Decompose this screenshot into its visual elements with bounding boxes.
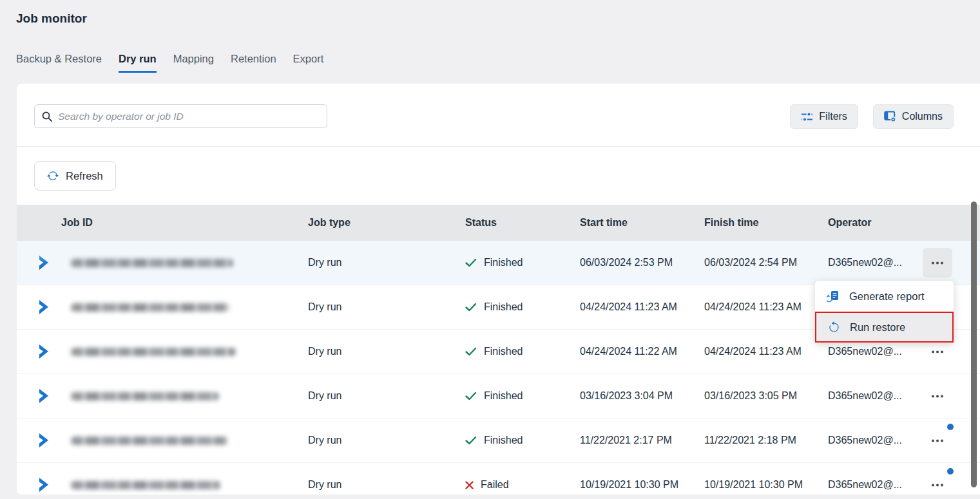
job-id-redacted[interactable] bbox=[71, 481, 220, 489]
operator-cell: D365new02@... bbox=[828, 435, 918, 446]
columns-label: Columns bbox=[902, 111, 943, 122]
toolbar-right: Filters Columns bbox=[790, 104, 954, 129]
job-id-redacted[interactable] bbox=[71, 392, 219, 400]
filters-button[interactable]: Filters bbox=[790, 104, 858, 129]
refresh-icon bbox=[47, 170, 59, 182]
dynamics365-icon bbox=[17, 255, 61, 270]
check-icon bbox=[465, 436, 477, 445]
header-job-id: Job ID bbox=[61, 217, 308, 229]
jobs-table: Job ID Job type Status Start time Finish… bbox=[17, 205, 980, 494]
tab-retention[interactable]: Retention bbox=[231, 53, 276, 73]
menu-item-run-restore[interactable]: Run restore bbox=[815, 312, 954, 343]
generate-report-icon bbox=[827, 290, 840, 303]
operator-cell: D365new02@... bbox=[828, 346, 918, 357]
columns-button[interactable]: Columns bbox=[873, 104, 954, 129]
notification-dot bbox=[947, 468, 954, 475]
status-label: Failed bbox=[481, 479, 509, 491]
header-start-time: Start time bbox=[580, 217, 704, 229]
finish-time-cell: 04/24/2024 11:23 AM bbox=[704, 346, 828, 357]
tab-dry-run[interactable]: Dry run bbox=[119, 53, 157, 73]
restore-icon bbox=[828, 321, 840, 334]
tab-export[interactable]: Export bbox=[293, 53, 324, 73]
refresh-button[interactable]: Refresh bbox=[34, 161, 116, 191]
header-finish-time: Finish time bbox=[704, 217, 828, 229]
finish-time-cell: 06/03/2024 2:54 PM bbox=[704, 257, 828, 268]
job-id-redacted[interactable] bbox=[71, 259, 233, 267]
finish-time-cell: 04/24/2024 11:23 AM bbox=[704, 301, 828, 313]
dynamics365-icon bbox=[17, 388, 61, 404]
dynamics365-icon bbox=[17, 299, 61, 315]
operator-cell: D365new02@... bbox=[828, 257, 918, 268]
start-time-cell: 10/19/2021 10:30 PM bbox=[580, 479, 704, 491]
header-operator: Operator bbox=[828, 217, 918, 229]
notification-dot bbox=[947, 424, 954, 430]
search-icon bbox=[41, 111, 53, 122]
table-row[interactable]: Dry run Finished 11/22/2021 2:17 PM 11/2… bbox=[17, 419, 980, 463]
filters-label: Filters bbox=[819, 111, 847, 122]
start-time-cell: 06/03/2024 2:53 PM bbox=[580, 257, 704, 268]
header-job-type: Job type bbox=[308, 217, 465, 229]
status-label: Finished bbox=[484, 390, 523, 402]
start-time-cell: 04/24/2024 11:22 AM bbox=[580, 346, 704, 357]
dynamics365-icon bbox=[17, 433, 61, 448]
header-status: Status bbox=[465, 217, 580, 229]
tab-backup-restore[interactable]: Backup & Restore bbox=[16, 53, 102, 73]
finish-time-cell: 03/16/2023 3:05 PM bbox=[704, 390, 828, 402]
vertical-scrollbar[interactable] bbox=[971, 202, 977, 487]
filters-icon bbox=[801, 111, 813, 122]
check-icon bbox=[465, 258, 477, 267]
menu-item-label: Run restore bbox=[850, 321, 905, 334]
dynamics365-icon bbox=[17, 344, 61, 359]
operator-cell: D365new02@... bbox=[828, 390, 918, 402]
status-label: Finished bbox=[484, 435, 523, 446]
job-id-redacted[interactable] bbox=[71, 348, 236, 356]
refresh-label: Refresh bbox=[66, 170, 103, 182]
finish-time-cell: 10/19/2021 10:30 PM bbox=[704, 479, 828, 491]
start-time-cell: 11/22/2021 2:17 PM bbox=[580, 435, 704, 446]
row-actions-menu: Generate report Run restore bbox=[815, 281, 954, 343]
search-input[interactable] bbox=[58, 111, 320, 122]
status-label: Finished bbox=[484, 301, 523, 313]
row-more-button[interactable] bbox=[923, 426, 952, 455]
status-label: Finished bbox=[484, 346, 523, 357]
start-time-cell: 04/24/2024 11:23 AM bbox=[580, 301, 704, 313]
menu-item-label: Generate report bbox=[849, 290, 924, 303]
check-icon bbox=[465, 347, 477, 356]
check-icon bbox=[465, 303, 477, 312]
row-more-button[interactable] bbox=[923, 248, 952, 278]
job-type-cell: Dry run bbox=[308, 435, 465, 446]
job-type-cell: Dry run bbox=[308, 390, 465, 402]
operator-cell: D365new02@... bbox=[828, 479, 918, 491]
columns-settings-icon bbox=[884, 111, 896, 122]
job-type-cell: Dry run bbox=[308, 346, 465, 357]
table-row[interactable]: Dry run Finished 03/16/2023 3:04 PM 03/1… bbox=[17, 374, 980, 419]
job-id-redacted[interactable] bbox=[71, 303, 229, 312]
page-title: Job monitor bbox=[16, 12, 87, 26]
table-row[interactable]: Dry run Failed 10/19/2021 10:30 PM 10/19… bbox=[17, 463, 980, 494]
cross-icon bbox=[465, 481, 474, 489]
row-more-button[interactable] bbox=[923, 381, 952, 411]
toolbar-divider bbox=[17, 146, 980, 147]
search-input-wrapper[interactable] bbox=[34, 104, 327, 128]
job-type-cell: Dry run bbox=[308, 301, 465, 313]
menu-item-generate-report[interactable]: Generate report bbox=[815, 281, 954, 312]
status-label: Finished bbox=[484, 257, 523, 268]
table-header-row: Job ID Job type Status Start time Finish… bbox=[17, 205, 980, 241]
job-type-cell: Dry run bbox=[308, 479, 465, 491]
start-time-cell: 03/16/2023 3:04 PM bbox=[580, 390, 704, 402]
table-row[interactable]: Dry run Finished 06/03/2024 2:53 PM 06/0… bbox=[17, 241, 980, 285]
dynamics365-icon bbox=[17, 477, 61, 493]
check-icon bbox=[465, 391, 477, 400]
tab-bar: Backup & Restore Dry run Mapping Retenti… bbox=[16, 53, 323, 73]
tab-mapping[interactable]: Mapping bbox=[173, 53, 214, 73]
finish-time-cell: 11/22/2021 2:18 PM bbox=[704, 435, 828, 446]
job-type-cell: Dry run bbox=[308, 257, 465, 268]
job-id-redacted[interactable] bbox=[71, 437, 228, 445]
